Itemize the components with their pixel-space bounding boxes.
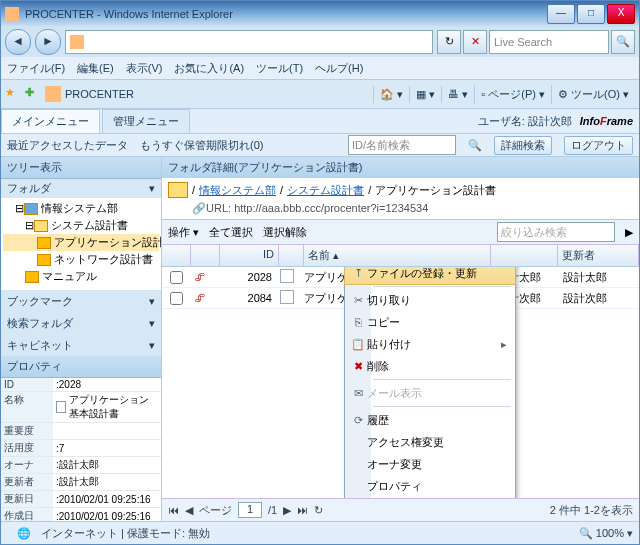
filter-input[interactable]: 絞り込み検索 [497, 222, 615, 242]
select-all-button[interactable]: 全て選択 [209, 225, 253, 240]
detail-search-button[interactable]: 詳細検索 [494, 136, 552, 155]
cut-icon: ✂ [349, 294, 367, 307]
tree-node[interactable]: ⊟システム設計書 [3, 217, 159, 234]
address-bar[interactable] [65, 30, 433, 54]
url-value[interactable]: http://aaa.bbb.ccc/procenter?i=1234534 [234, 202, 428, 214]
menu-edit[interactable]: 編集(E) [77, 61, 114, 76]
pager-status: 2 件中 1-2を表示 [550, 503, 633, 518]
attachment-icon: 🖇 [194, 292, 206, 304]
ie-window: PROCENTER - Windows Internet Explorer — … [0, 0, 640, 545]
col-attach[interactable] [191, 245, 220, 266]
col-updater[interactable] [491, 245, 558, 266]
upload-icon: ⤒ [349, 267, 367, 280]
content-area: ツリー表示 フォルダ▾ ⊟情報システム部 ⊟システム設計書 アプリケーション設計… [1, 157, 639, 521]
ctx-owner[interactable]: オーナ変更 [345, 453, 515, 475]
pager-first[interactable]: ⏮ [168, 504, 179, 516]
tree-node[interactable]: マニュアル [3, 268, 159, 285]
folder-tree: ⊟情報システム部 ⊟システム設計書 アプリケーション設計書 ネットワーク設計書 … [1, 198, 161, 290]
ctx-history[interactable]: ⟳履歴 [345, 409, 515, 431]
refresh-button[interactable]: ↻ [437, 30, 461, 54]
tree-root[interactable]: ⊟情報システム部 [3, 200, 159, 217]
search-input[interactable]: Live Search [489, 30, 609, 54]
row-checkbox[interactable] [170, 271, 183, 284]
expiring-link[interactable]: もうすぐ保管期限切れ(0) [140, 138, 263, 153]
main-panel: フォルダ詳細(アプリケーション設計書) / 情報システム部 / システム設計書 … [162, 157, 639, 521]
search-folder-header[interactable]: 検索フォルダ▾ [1, 312, 161, 334]
maximize-button[interactable]: □ [577, 4, 605, 24]
folder-header[interactable]: フォルダ▾ [1, 179, 161, 198]
menu-tools[interactable]: ツール(T) [256, 61, 303, 76]
sub-toolbar: 最近アクセスしたデータ もうすぐ保管期限切れ(0) ID/名前検索 🔍 詳細検索… [1, 134, 639, 157]
col-id[interactable]: ID [220, 245, 279, 266]
breadcrumb-link[interactable]: システム設計書 [287, 183, 364, 198]
menu-favorites[interactable]: お気に入り(A) [174, 61, 244, 76]
cabinet-header[interactable]: キャビネット▾ [1, 334, 161, 356]
zoom-control[interactable]: 🔍 100% ▾ [579, 527, 633, 540]
page-menu[interactable]: ▫ ページ(P) ▾ [474, 85, 551, 104]
col-icon[interactable] [279, 245, 304, 266]
property-row: 名称アプリケーション基本設計書 [1, 392, 161, 423]
tools-menu[interactable]: ⚙ ツール(O) ▾ [551, 85, 635, 104]
pager-prev[interactable]: ◀ [185, 504, 193, 517]
ctx-mail[interactable]: ✉メール表示 [345, 382, 515, 404]
deselect-button[interactable]: 選択解除 [263, 225, 307, 240]
row-checkbox[interactable] [170, 292, 183, 305]
ctx-copy[interactable]: ⎘コピー [345, 311, 515, 333]
ctx-cut[interactable]: ✂切り取り [345, 289, 515, 311]
add-favorite-icon[interactable]: ✚ [25, 86, 41, 102]
favorites-icon[interactable]: ★ [5, 86, 21, 102]
print-button[interactable]: 🖶 ▾ [441, 86, 474, 103]
menu-file[interactable]: ファイル(F) [7, 61, 65, 76]
feeds-button[interactable]: ▦ ▾ [409, 86, 441, 103]
search-icon[interactable]: 🔍 [468, 139, 482, 152]
recent-link[interactable]: 最近アクセスしたデータ [7, 138, 128, 153]
tab-title[interactable]: PROCENTER [65, 88, 373, 100]
menu-help[interactable]: ヘルプ(H) [315, 61, 363, 76]
property-row: 作成日:2010/02/01 09:25:16 [1, 508, 161, 521]
breadcrumb-link[interactable]: 情報システム部 [199, 183, 276, 198]
ctx-properties[interactable]: プロパティ [345, 475, 515, 497]
menu-bar: ファイル(F) 編集(E) 表示(V) お気に入り(A) ツール(T) ヘルプ(… [1, 57, 639, 79]
status-bar: 🌐 インターネット | 保護モード: 無効 🔍 100% ▾ [1, 521, 639, 544]
pager: ⏮ ◀ ページ 1 /1 ▶ ⏭ ↻ 2 件中 1-2を表示 [162, 498, 639, 521]
internet-zone-icon: 🌐 [17, 527, 31, 540]
back-button[interactable]: ◄ [5, 29, 31, 55]
col-checkbox[interactable] [162, 245, 191, 266]
pager-next[interactable]: ▶ [283, 504, 291, 517]
main-header: フォルダ詳細(アプリケーション設計書) [162, 157, 639, 178]
ctx-delete[interactable]: ✖削除 [345, 355, 515, 377]
tab-admin-menu[interactable]: 管理メニュー [102, 109, 190, 133]
property-header: プロパティ [1, 356, 161, 378]
minimize-button[interactable]: — [547, 4, 575, 24]
pager-refresh[interactable]: ↻ [314, 504, 323, 517]
operations-menu[interactable]: 操作 ▾ [168, 225, 199, 240]
grid-body: 🖇2028アプリケーション基設計太郎設計太郎🖇2084アプリケーション詳設計次郎… [162, 267, 639, 498]
menu-view[interactable]: 表示(V) [126, 61, 163, 76]
stop-button[interactable]: ✕ [463, 30, 487, 54]
col-name[interactable]: 名前 ▴ [304, 245, 491, 266]
paste-icon: 📋 [349, 338, 367, 351]
pager-last[interactable]: ⏭ [297, 504, 308, 516]
ctx-file-register[interactable]: ⤒ファイルの登録・更新 [344, 267, 516, 285]
filter-go-icon[interactable]: ▶ [625, 226, 633, 239]
bookmark-header[interactable]: ブックマーク▾ [1, 290, 161, 312]
tree-node-selected[interactable]: アプリケーション設計書 [3, 234, 159, 251]
nav-bar: ◄ ► ↻ ✕ Live Search 🔍 [1, 27, 639, 57]
search-go-button[interactable]: 🔍 [611, 30, 635, 54]
id-search-input[interactable]: ID/名前検索 [348, 135, 456, 155]
tree-node[interactable]: ネットワーク設計書 [3, 251, 159, 268]
ctx-paste[interactable]: 📋貼り付け▸ [345, 333, 515, 355]
property-row: 更新日:2010/02/01 09:25:16 [1, 491, 161, 508]
home-button[interactable]: 🏠 ▾ [373, 86, 409, 103]
sidebar: ツリー表示 フォルダ▾ ⊟情報システム部 ⊟システム設計書 アプリケーション設計… [1, 157, 162, 521]
pager-page-input[interactable]: 1 [238, 502, 262, 518]
titlebar: PROCENTER - Windows Internet Explorer — … [1, 1, 639, 27]
ctx-access[interactable]: アクセス権変更 [345, 431, 515, 453]
mail-icon: ✉ [349, 387, 367, 400]
forward-button[interactable]: ► [35, 29, 61, 55]
logout-button[interactable]: ログアウト [564, 136, 633, 155]
property-row: 更新者:設計太郎 [1, 474, 161, 491]
tab-main-menu[interactable]: メインメニュー [1, 109, 100, 133]
col-updater2[interactable]: 更新者 [558, 245, 639, 266]
close-button[interactable]: X [607, 4, 635, 24]
